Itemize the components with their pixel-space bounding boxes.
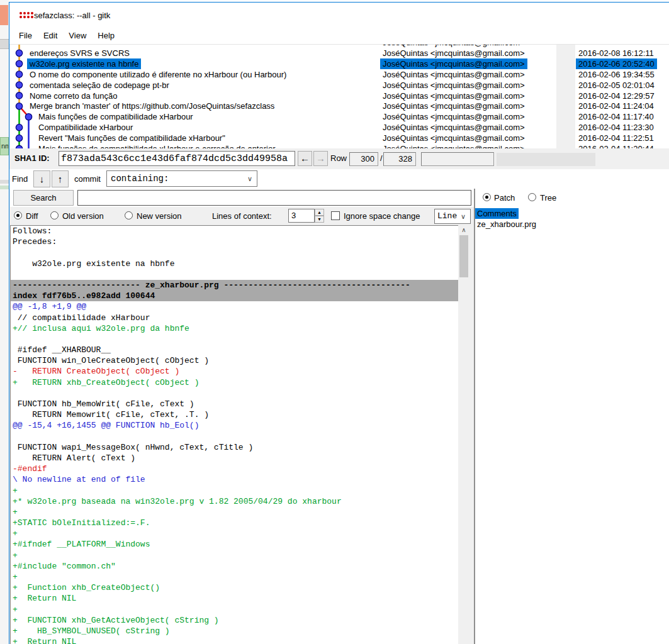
commit-author-pane[interactable]: JoséQuintas <jmcquintas@gmail.com>JoséQu…	[379, 45, 556, 148]
find-next-button[interactable]: ↓	[33, 170, 50, 187]
search-input[interactable]	[77, 190, 471, 206]
commit-author-row-text: JoséQuintas <jmcquintas@gmail.com>	[380, 133, 527, 143]
file-list-item[interactable]: ze_xharbour.prg	[475, 219, 669, 230]
background-window-peek[interactable]: nm	[0, 137, 9, 155]
diff-line: RETURN Alert( cText )	[11, 453, 458, 464]
menu-help[interactable]: Help	[92, 28, 120, 43]
commit-author-row-text: JoséQuintas <jmcquintas@gmail.com>	[380, 122, 527, 133]
find-prev-button[interactable]: ↑	[52, 170, 69, 187]
diff-radio[interactable]	[14, 211, 22, 219]
commit-date-row[interactable]: 2016-02-06 19:34:55	[575, 69, 669, 80]
commit-author-row[interactable]: JoséQuintas <jmcquintas@gmail.com>	[379, 58, 556, 69]
search-button[interactable]: Search	[13, 190, 74, 206]
file-list: Commentsze_xharbour.prg	[475, 208, 669, 230]
commit-subject-row-text: w32ole.prg existente na hbnfe	[27, 58, 141, 69]
commit-date-pane[interactable]: 2016-02-08 16:12:112016-02-06 20:52:4020…	[575, 45, 669, 148]
background-window-peek[interactable]	[0, 5, 8, 25]
commit-author-row[interactable]: JoséQuintas <jmcquintas@gmail.com>	[379, 122, 556, 133]
menu-view[interactable]: View	[63, 28, 92, 43]
file-pane: Patch Tree Commentsze_xharbour.prg	[475, 189, 669, 644]
scroll-up-icon[interactable]: ∧	[458, 225, 469, 235]
line-wrap-combobox[interactable]: Line ∨	[434, 209, 471, 224]
commit-date-row-text: 2016-02-04 11:17:40	[576, 111, 656, 122]
commit-subject-row[interactable]: Nome correto da função	[10, 91, 379, 101]
up-arrow-icon: ↑	[58, 174, 63, 184]
diff-scrollbar[interactable]: ∧	[458, 225, 469, 644]
sha1-input[interactable]	[59, 151, 295, 166]
row-total-field: 328	[383, 152, 416, 166]
commit-author-row-text: JoséQuintas <jmcquintas@gmail.com>	[380, 80, 527, 91]
row-current-field: 300	[349, 152, 378, 166]
commit-date-row-text: 2016-02-04 11:24:04	[576, 101, 656, 111]
new-version-radio[interactable]	[125, 211, 133, 219]
peek-label: nm	[1, 142, 9, 150]
diff-line: + Return NIL	[11, 593, 458, 604]
commit-date-row[interactable]: 2016-02-04 11:24:04	[575, 101, 669, 111]
commit-author-row[interactable]: JoséQuintas <jmcquintas@gmail.com>	[379, 133, 556, 143]
commit-subject-row[interactable]: Merge branch 'master' of https://github.…	[10, 101, 379, 111]
commit-date-row[interactable]: 2016-02-04 11:22:51	[575, 133, 669, 143]
tree-radio[interactable]	[528, 193, 536, 201]
match-mode-value: containing:	[111, 174, 169, 184]
scrollbar-thumb[interactable]	[459, 235, 468, 277]
commit-author-row-text: JoséQuintas <jmcquintas@gmail.com>	[380, 48, 527, 58]
commit-subject-row[interactable]: O nome do componente utilizado é diferen…	[10, 69, 379, 80]
commit-author-row[interactable]: JoséQuintas <jmcquintas@gmail.com>	[379, 48, 556, 58]
chevron-down-icon: ∨	[461, 209, 466, 223]
menu-file[interactable]: File	[13, 28, 38, 43]
menu-edit[interactable]: Edit	[38, 28, 63, 43]
diff-line	[11, 247, 458, 258]
commit-subject-pane[interactable]: endereços SVRS e SVCRSw32ole.prg existen…	[10, 45, 379, 148]
background-window-peek[interactable]	[0, 39, 9, 49]
commit-date-row[interactable]: 2016-02-08 16:12:11	[575, 48, 669, 58]
context-spinner-value[interactable]: 3	[288, 209, 315, 223]
match-mode-combobox[interactable]: containing: ∨	[106, 170, 257, 187]
diff-line	[11, 388, 458, 399]
commit-subject-row[interactable]: Mais funções de compatibilidade xHarbour	[10, 111, 379, 122]
commit-author-row-text: JoséQuintas <jmcquintas@gmail.com>	[380, 69, 527, 80]
commit-author-row[interactable]: JoséQuintas <jmcquintas@gmail.com>	[379, 69, 556, 80]
row-label: Row	[330, 153, 347, 163]
commit-author-row[interactable]: JoséQuintas <jmcquintas@gmail.com>	[379, 111, 556, 122]
window-title: sefazclass: --all - gitk	[34, 11, 110, 20]
commit-author-row[interactable]: JoséQuintas <jmcquintas@gmail.com>	[379, 143, 556, 148]
diff-line: + HB_SYMBOL_UNUSED( cString )	[11, 626, 458, 636]
commit-author-row[interactable]: JoséQuintas <jmcquintas@gmail.com>	[379, 91, 556, 101]
commit-date-row[interactable]: 2016-02-04 11:17:40	[575, 111, 669, 122]
commit-date-row[interactable]: 2016-02-05 02:01:04	[575, 80, 669, 91]
diff-radio-label: Diff	[26, 211, 38, 221]
spinner-down-icon[interactable]: ▼	[315, 216, 324, 223]
commit-subject-row[interactable]: Mais funções de compatibilidade xHarbour…	[10, 143, 379, 148]
commit-date-row[interactable]: 2016-02-04 12:29:57	[575, 91, 669, 101]
patch-radio[interactable]	[483, 193, 491, 201]
file-list-item[interactable]: Comments	[475, 208, 669, 219]
commit-subject-row[interactable]: Compatibilidade xHarbour	[10, 122, 379, 133]
ignore-space-checkbox[interactable]	[331, 211, 340, 220]
commit-date-row[interactable]: 2016-02-04 11:23:30	[575, 122, 669, 133]
commit-subject-row[interactable]: Revert "Mais funções de compatibilidade …	[10, 133, 379, 143]
history-back-button[interactable]: ←	[298, 151, 312, 166]
commit-subject-row-text: Mais funções de compatibilidade xHarbour…	[36, 143, 278, 148]
find-string-input[interactable]	[260, 170, 669, 188]
commit-author-row-text: JoséQuintas <jmcquintas@gmail.com>	[380, 91, 527, 101]
diff-line	[11, 334, 458, 345]
commit-author-row[interactable]: JoséQuintas <jmcquintas@gmail.com>	[379, 101, 556, 111]
column-sash[interactable]	[556, 45, 575, 148]
row-separator: /	[380, 153, 383, 163]
old-version-radio[interactable]	[50, 211, 59, 219]
commit-author-row[interactable]: JoséQuintas <jmcquintas@gmail.com>	[379, 80, 556, 91]
diff-line: @@ -15,4 +16,1455 @@ FUNCTION hb_Eol()	[11, 420, 458, 431]
history-forward-button[interactable]: →	[313, 151, 328, 166]
commit-subject-row[interactable]: w32ole.prg existente na hbnfe	[10, 58, 379, 69]
menubar: FileEditViewHelp	[9, 28, 669, 45]
commit-subject-row[interactable]: comentada seleção de codepage pt-br	[10, 80, 379, 91]
commit-date-row[interactable]: 2016-02-04 11:20:44	[575, 143, 669, 148]
desktop-strip: nm	[0, 0, 9, 644]
titlebar[interactable]: sefazclass: --all - gitk	[9, 3, 669, 28]
spinner-up-icon[interactable]: ▲	[315, 209, 324, 216]
commit-subject-row[interactable]: endereços SVRS e SVCRS	[10, 48, 379, 58]
diff-line: + Return NIL	[11, 636, 458, 644]
diff-line: +	[11, 507, 458, 518]
commit-date-row[interactable]: 2016-02-06 20:52:40	[575, 58, 669, 69]
diff-view[interactable]: Follows:Precedes: w32ole.prg existente n…	[10, 225, 458, 644]
